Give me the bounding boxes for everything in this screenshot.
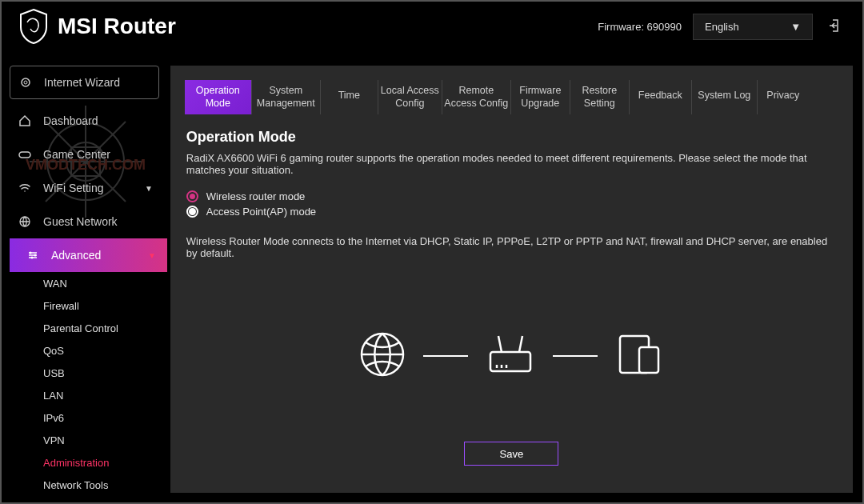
page-description: RadiX AX6600 WiFi 6 gaming router suppor…: [186, 152, 837, 176]
tab-time[interactable]: Time: [321, 80, 378, 114]
content-panel: Operation Mode System Management Time Lo…: [170, 66, 853, 493]
radio-access-point-mode[interactable]: Access Point(AP) mode: [186, 206, 837, 218]
tab-restore-setting[interactable]: Restore Setting: [570, 80, 630, 114]
gear-icon: [18, 75, 33, 90]
sub-wan[interactable]: WAN: [2, 272, 167, 294]
radio-label: Wireless router mode: [206, 190, 306, 202]
brand-title: MSI Router: [58, 14, 176, 39]
tab-privacy[interactable]: Privacy: [758, 80, 809, 114]
sub-lan[interactable]: LAN: [2, 384, 167, 406]
radio-label: Access Point(AP) mode: [206, 206, 316, 218]
tab-local-access-config[interactable]: Local Access Config: [378, 80, 442, 114]
svg-rect-12: [490, 352, 530, 371]
msi-shield-logo: [18, 8, 50, 45]
connector-line: [553, 355, 598, 357]
connector-line: [423, 355, 468, 357]
sidebar-item-advanced[interactable]: Advanced ▼: [10, 238, 167, 272]
svg-rect-6: [19, 152, 30, 158]
header: MSI Router Firmware: 690990 English ▼: [2, 2, 862, 54]
mode-diagram: [186, 331, 837, 381]
sub-firewall[interactable]: Firewall: [2, 294, 167, 317]
tab-system-log[interactable]: System Log: [692, 80, 758, 114]
svg-rect-14: [639, 347, 658, 373]
svg-point-8: [30, 252, 32, 254]
language-select[interactable]: English ▼: [693, 14, 813, 40]
chevron-down-icon: ▼: [148, 251, 156, 260]
wifi-icon: [18, 181, 32, 195]
chevron-down-icon: ▼: [145, 184, 153, 193]
logout-icon[interactable]: [824, 14, 846, 39]
sidebar-item-label: Internet Wizard: [44, 76, 120, 89]
sidebar-item-label: Game Center: [43, 148, 110, 161]
sidebar-item-label: Guest Network: [43, 215, 118, 228]
svg-point-10: [31, 257, 34, 259]
sidebar-item-wifi-setting[interactable]: WiFi Setting ▼: [2, 171, 167, 205]
firmware-version: Firmware: 690990: [598, 21, 682, 33]
svg-point-9: [34, 254, 37, 257]
tab-operation-mode[interactable]: Operation Mode: [185, 80, 252, 114]
tab-row: Operation Mode System Management Time Lo…: [170, 66, 853, 114]
language-value: English: [705, 21, 739, 33]
chevron-down-icon: ▼: [790, 21, 801, 33]
svg-point-5: [24, 81, 27, 84]
sidebar-item-dashboard[interactable]: Dashboard: [2, 104, 167, 138]
sub-administration[interactable]: Administration: [2, 451, 167, 474]
tab-system-management[interactable]: System Management: [252, 80, 321, 114]
sliders-icon: [26, 248, 40, 262]
sidebar-item-game-center[interactable]: Game Center: [2, 138, 167, 171]
save-button[interactable]: Save: [464, 442, 558, 466]
sub-qos[interactable]: QoS: [2, 339, 167, 362]
devices-icon: [615, 331, 663, 381]
sub-usb[interactable]: USB: [2, 362, 167, 384]
sidebar-item-label: Advanced: [51, 249, 101, 262]
sidebar: Internet Wizard Dashboard Game Center Wi…: [2, 54, 167, 502]
sidebar-internet-wizard[interactable]: Internet Wizard: [10, 66, 159, 99]
tab-firmware-upgrade[interactable]: Firmware Upgrade: [511, 80, 570, 114]
sidebar-item-label: Dashboard: [43, 114, 98, 127]
home-icon: [18, 114, 32, 128]
radio-icon: [186, 206, 198, 218]
radio-wireless-router-mode[interactable]: Wireless router mode: [186, 190, 837, 202]
sub-ipv6[interactable]: IPv6: [2, 406, 167, 429]
tab-feedback[interactable]: Feedback: [630, 80, 692, 114]
sidebar-item-guest-network[interactable]: Guest Network: [2, 205, 167, 238]
sidebar-item-label: WiFi Setting: [43, 182, 103, 194]
mode-description: Wireless Router Mode connects to the Int…: [186, 235, 837, 259]
sub-parental-control[interactable]: Parental Control: [2, 317, 167, 339]
globe-icon: [359, 331, 406, 381]
svg-point-4: [22, 78, 30, 86]
page-title: Operation Mode: [186, 129, 837, 146]
radio-icon: [186, 190, 198, 202]
gamepad-icon: [18, 147, 32, 162]
globe-icon: [18, 214, 32, 229]
sub-vpn[interactable]: VPN: [2, 429, 167, 451]
router-icon: [486, 331, 535, 381]
sub-network-tools[interactable]: Network Tools: [2, 474, 167, 496]
tab-remote-access-config[interactable]: Remote Access Config: [442, 80, 511, 114]
